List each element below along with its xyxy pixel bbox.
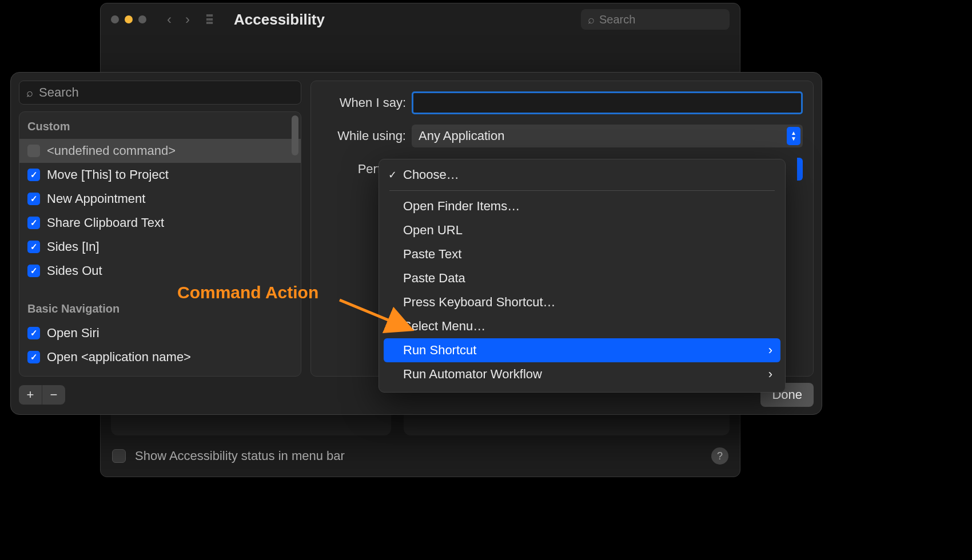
menu-item-label: Select Menu… — [403, 319, 485, 334]
menu-item-label: Run Shortcut — [403, 343, 476, 358]
titlebar: ‹ › ▪▪▪▪▪▪▪▪▪ Accessibility ⌕ Search — [101, 3, 740, 35]
list-item[interactable]: ✓ Open Siri — [19, 321, 301, 345]
list-item[interactable]: ✓ <undefined command> — [19, 139, 301, 163]
window-title: Accessibility — [234, 11, 325, 29]
checkbox[interactable]: ✓ — [27, 241, 40, 253]
command-label: New Appointment — [47, 191, 145, 206]
list-item[interactable]: ✓ Sides Out — [19, 259, 301, 283]
add-command-button[interactable]: + — [19, 385, 42, 405]
menu-item-select-menu[interactable]: Select Menu… — [384, 314, 780, 338]
checkmark-icon: ✓ — [388, 169, 397, 181]
status-bar-row: Show Accessibility status in menu bar ? — [107, 443, 733, 469]
list-item[interactable]: ✓ Open <application name> — [19, 345, 301, 369]
list-item[interactable]: ✓ Move [This] to Project — [19, 163, 301, 187]
checkbox[interactable]: ✓ — [27, 193, 40, 205]
bg-left-panel-strip: ▶ — [111, 413, 391, 435]
settings-search-placeholder: Search — [599, 13, 635, 26]
zoom-window-icon[interactable] — [138, 15, 146, 23]
bg-right-panel-strip — [404, 413, 730, 435]
perform-action-menu[interactable]: ✓ Choose… Open Finder Items… Open URL Pa… — [379, 159, 786, 393]
while-using-select[interactable]: Any Application ▲▼ — [412, 125, 803, 147]
menu-item-run-shortcut[interactable]: Run Shortcut › — [384, 338, 780, 362]
window-controls — [111, 15, 146, 23]
menu-item-label: Choose… — [403, 167, 459, 182]
command-label: Share Clipboard Text — [47, 215, 164, 230]
voice-commands-sheet: ⌕ Search Custom ✓ <undefined command> ✓ … — [10, 72, 822, 415]
nav-forward-icon[interactable]: › — [185, 11, 190, 27]
menu-item-label: Open Finder Items… — [403, 199, 520, 214]
show-status-checkbox[interactable] — [112, 449, 126, 463]
when-i-say-label: When I say: — [325, 95, 412, 110]
menu-item-open-url[interactable]: Open URL — [384, 218, 780, 242]
checkbox[interactable]: ✓ — [27, 145, 40, 157]
command-label: Sides Out — [47, 263, 102, 278]
commands-search-input[interactable]: ⌕ Search — [19, 81, 301, 105]
nav-arrows: ‹ › — [167, 11, 190, 27]
chevron-right-icon: › — [768, 343, 772, 358]
menu-item-paste-data[interactable]: Paste Data — [384, 266, 780, 290]
menu-item-open-finder[interactable]: Open Finder Items… — [384, 194, 780, 218]
menu-item-press-shortcut[interactable]: Press Keyboard Shortcut… — [384, 290, 780, 314]
nav-back-icon[interactable]: ‹ — [167, 11, 172, 27]
checkbox[interactable]: ✓ — [27, 217, 40, 229]
group-header-basic-nav: Basic Navigation — [19, 283, 301, 321]
close-window-icon[interactable] — [111, 15, 119, 23]
checkbox[interactable]: ✓ — [27, 265, 40, 277]
menu-item-paste-text[interactable]: Paste Text — [384, 242, 780, 266]
menu-item-label: Paste Data — [403, 271, 465, 286]
add-remove-segment: + − — [19, 385, 65, 405]
menu-item-label: Open URL — [403, 223, 463, 238]
checkbox[interactable]: ✓ — [27, 351, 40, 363]
list-item[interactable]: ✓ Sides [In] — [19, 235, 301, 259]
menu-item-label: Press Keyboard Shortcut… — [403, 295, 556, 310]
when-i-say-input[interactable] — [412, 91, 803, 114]
remove-command-button[interactable]: − — [42, 385, 65, 405]
settings-search[interactable]: ⌕ Search — [581, 9, 730, 30]
command-label: Sides [In] — [47, 239, 99, 254]
menu-item-choose[interactable]: ✓ Choose… — [384, 163, 780, 187]
apps-grid-icon[interactable]: ▪▪▪▪▪▪▪▪▪ — [206, 14, 212, 25]
while-using-label: While using: — [325, 129, 412, 143]
command-editor-panel: When I say: While using: Any Application… — [310, 81, 814, 377]
while-using-value: Any Application — [419, 129, 504, 143]
search-icon: ⌕ — [26, 86, 33, 99]
minimize-window-icon[interactable] — [125, 15, 133, 23]
show-status-label: Show Accessibility status in menu bar — [135, 449, 345, 463]
menu-item-run-automator[interactable]: Run Automator Workflow › — [384, 362, 780, 386]
list-item[interactable]: ✓ New Appointment — [19, 187, 301, 211]
menu-item-label: Paste Text — [403, 247, 461, 262]
command-label: Move [This] to Project — [47, 167, 169, 182]
group-header-custom: Custom — [19, 112, 301, 139]
checkbox[interactable]: ✓ — [27, 169, 40, 181]
help-button[interactable]: ? — [711, 447, 728, 465]
commands-search-placeholder: Search — [39, 85, 79, 100]
command-label: Open <application name> — [47, 350, 191, 365]
scrollbar[interactable] — [292, 115, 298, 155]
commands-list[interactable]: Custom ✓ <undefined command> ✓ Move [Thi… — [19, 111, 301, 377]
chevron-right-icon: › — [768, 367, 772, 382]
menu-item-label: Run Automator Workflow — [403, 367, 542, 382]
menu-separator — [389, 190, 775, 191]
list-item[interactable]: ✓ Share Clipboard Text — [19, 211, 301, 235]
checkbox[interactable]: ✓ — [27, 327, 40, 339]
select-stepper-icon: ▲▼ — [787, 127, 800, 145]
command-label: <undefined command> — [47, 143, 176, 158]
search-icon: ⌕ — [588, 13, 595, 26]
command-label: Open Siri — [47, 326, 99, 341]
select-stepper-edge — [797, 158, 803, 181]
